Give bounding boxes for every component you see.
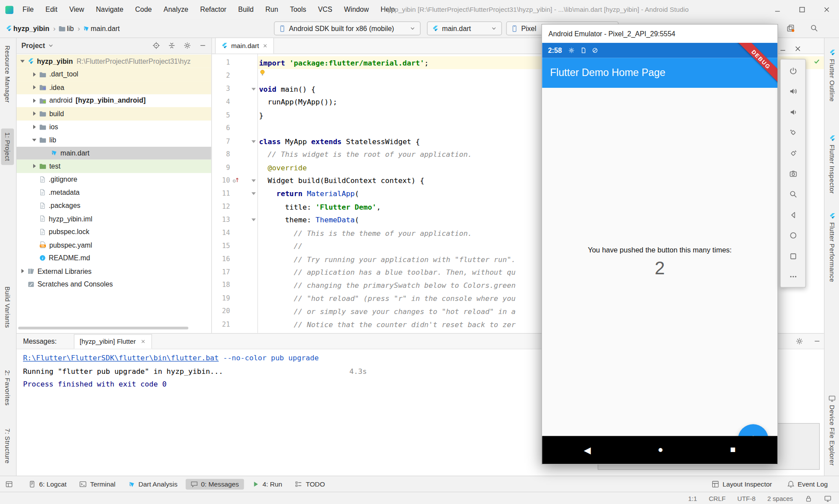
emulator-title[interactable]: Android Emulator - Pixel_2_API_29:5554: [542, 24, 777, 43]
emu-power-button[interactable]: [781, 61, 805, 81]
gear-icon[interactable]: [796, 338, 803, 345]
override-icon[interactable]: [232, 176, 239, 183]
menu-vcs[interactable]: VCS: [312, 0, 338, 19]
emu-back-button[interactable]: [781, 205, 805, 225]
stripe-resource-manager[interactable]: Resource Manager: [1, 42, 14, 107]
line-number[interactable]: 7: [212, 135, 230, 148]
toolbutton-0-messages[interactable]: 0: Messages: [185, 479, 243, 490]
minimize-button[interactable]: [765, 0, 790, 19]
line-number[interactable]: 10: [212, 174, 230, 187]
maximize-button[interactable]: [790, 0, 814, 19]
bulb-icon[interactable]: [259, 69, 266, 76]
line-number[interactable]: 16: [212, 252, 230, 266]
line-number[interactable]: 1: [212, 56, 230, 69]
line-number[interactable]: 3: [212, 83, 230, 96]
settings-button[interactable]: [184, 42, 191, 49]
stripe-7-structure[interactable]: 7: Structure: [1, 425, 14, 468]
line-number[interactable]: 21: [212, 318, 230, 331]
editor-tab-main-dart[interactable]: main.dart: [215, 38, 274, 54]
menu-analyze[interactable]: Analyze: [158, 0, 194, 19]
emu-volume-down-button[interactable]: [781, 102, 805, 122]
tree-item-gitignore[interactable]: .gitignore: [17, 173, 211, 186]
breadcrumb-hyzp-yibin[interactable]: hyzp_yibin: [14, 24, 49, 32]
menu-view[interactable]: View: [63, 0, 90, 19]
tree-item-scratches-and-consoles[interactable]: Scratches and Consoles: [17, 278, 211, 291]
monitor-icon[interactable]: [824, 495, 832, 502]
line-number[interactable]: 18: [212, 279, 230, 292]
stripe-1-project[interactable]: 1: Project: [1, 128, 14, 165]
flutter-bat-link[interactable]: R:\Flutter\FlutterSDK\flutter\bin\flutte…: [23, 353, 219, 362]
expand-arrow-icon[interactable]: [31, 138, 38, 141]
emulator-close-icon[interactable]: [794, 45, 801, 52]
tree-item-dart-tool[interactable]: .dart_tool: [17, 68, 211, 81]
inspections-ok-icon[interactable]: [813, 58, 820, 65]
menu-refactor[interactable]: Refactor: [194, 0, 232, 19]
toolbutton-6-logcat[interactable]: 6: Logcat: [24, 479, 72, 490]
line-number[interactable]: 2: [212, 69, 230, 83]
tree-item-readme-md[interactable]: iREADME.md: [17, 252, 211, 265]
nav-back-button[interactable]: ◀: [584, 444, 591, 456]
line-number[interactable]: 17: [212, 266, 230, 279]
hide-panel-button[interactable]: [199, 42, 207, 49]
menu-navigate[interactable]: Navigate: [90, 0, 129, 19]
line-number[interactable]: 14: [212, 226, 230, 239]
menu-file[interactable]: File: [17, 0, 40, 19]
tree-item-ios[interactable]: ios: [17, 120, 211, 133]
stripe-flutter-outline[interactable]: Flutter Outline: [825, 45, 838, 105]
stripe-flutter-performance[interactable]: Flutter Performance: [825, 209, 838, 286]
tree-item-pubspec-yaml[interactable]: YMLpubspec.yaml: [17, 238, 211, 252]
emu-camera-button[interactable]: [781, 163, 805, 184]
breadcrumb-lib[interactable]: lib: [67, 24, 74, 32]
hide-panel-icon[interactable]: [813, 338, 821, 345]
tree-item-build[interactable]: build: [17, 107, 211, 120]
tree-item-hyzp-yibin-iml[interactable]: hyzp_yibin.iml: [17, 212, 211, 225]
tree-item-lib[interactable]: lib: [17, 133, 211, 146]
tree-item-main-dart[interactable]: main.dart: [17, 146, 211, 159]
expand-arrow-icon[interactable]: [19, 60, 26, 62]
emu-overview-button[interactable]: [781, 246, 805, 266]
fold-marker[interactable]: [252, 180, 256, 182]
run-config-selector[interactable]: main.dart: [427, 21, 502, 35]
stripe-device-file-explorer[interactable]: Device File Explorer: [825, 391, 838, 469]
expand-arrow-icon[interactable]: [31, 111, 38, 116]
toolbutton-event-log[interactable]: Event Log: [782, 479, 832, 490]
tree-item-test[interactable]: test: [17, 159, 211, 173]
menu-code[interactable]: Code: [129, 0, 158, 19]
line-number[interactable]: 12: [212, 200, 230, 213]
toolbutton-dart-analysis[interactable]: Dart Analysis: [123, 479, 182, 490]
status-utf-8[interactable]: UTF-8: [737, 495, 756, 502]
line-number[interactable]: 13: [212, 213, 230, 226]
menu-run[interactable]: Run: [260, 0, 284, 19]
emu-more-button[interactable]: [781, 266, 805, 287]
toolbutton-layout-inspector[interactable]: Layout Inspector: [707, 479, 777, 490]
expand-arrow-icon[interactable]: [31, 124, 38, 129]
toolbutton-terminal[interactable]: Terminal: [75, 479, 120, 490]
toolbutton-4-run[interactable]: 4: Run: [247, 479, 287, 490]
tree-item-hyzp-yibin[interactable]: hyzp_yibinR:\FlutterProject\FlutterProje…: [17, 55, 211, 68]
fold-marker[interactable]: [252, 219, 256, 221]
stripe-build-variants[interactable]: Build Variants: [1, 283, 14, 332]
expand-arrow-icon[interactable]: [31, 72, 38, 76]
expand-arrow-icon[interactable]: [31, 85, 38, 90]
emu-rotate-right-button[interactable]: [781, 143, 805, 163]
tree-item-metadata[interactable]: .metadata: [17, 186, 211, 199]
emu-zoom-button[interactable]: [781, 184, 805, 205]
tree-item-idea[interactable]: .idea: [17, 81, 211, 94]
toolbutton-todo[interactable]: TODO: [290, 479, 329, 490]
tree-item-android[interactable]: android[hyzp_yibin_android]: [17, 94, 211, 107]
status-crlf[interactable]: CRLF: [709, 495, 725, 502]
status-1-1[interactable]: 1:1: [688, 495, 697, 502]
menu-tools[interactable]: Tools: [284, 0, 312, 19]
emulator-minimize-icon[interactable]: [779, 45, 787, 52]
nav-overview-button[interactable]: ■: [730, 445, 736, 456]
device-selector[interactable]: Android SDK built for x86 (mobile): [274, 21, 421, 35]
fold-marker[interactable]: [252, 88, 256, 90]
fold-marker[interactable]: [252, 140, 256, 143]
emu-rotate-left-button[interactable]: [781, 122, 805, 143]
line-number[interactable]: 8: [212, 148, 230, 161]
line-number[interactable]: 15: [212, 239, 230, 252]
expand-arrow-icon[interactable]: [19, 269, 26, 273]
collapse-all-button[interactable]: [168, 42, 175, 49]
line-number[interactable]: 5: [212, 109, 230, 122]
expand-arrow-icon[interactable]: [31, 98, 38, 103]
